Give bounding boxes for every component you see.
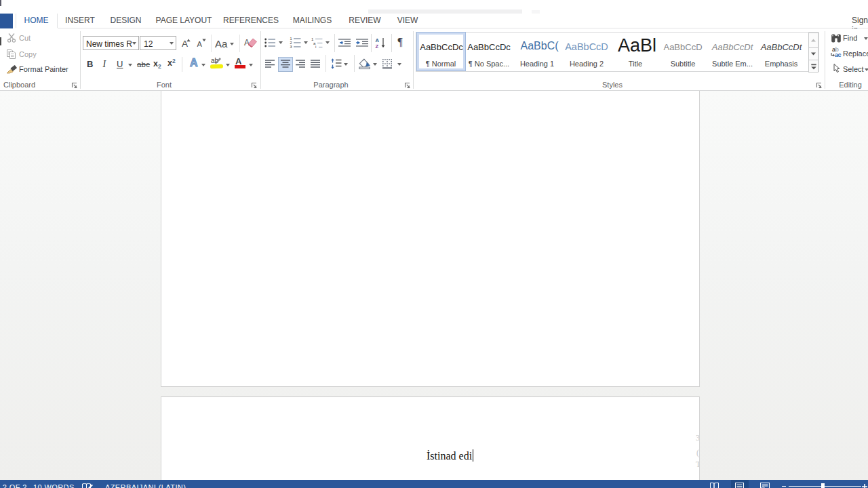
svg-text:A: A	[244, 38, 250, 47]
svg-text:A: A	[376, 37, 380, 43]
svg-text:i: i	[315, 45, 316, 49]
svg-text:3: 3	[290, 45, 292, 49]
svg-text:Z: Z	[376, 43, 379, 49]
